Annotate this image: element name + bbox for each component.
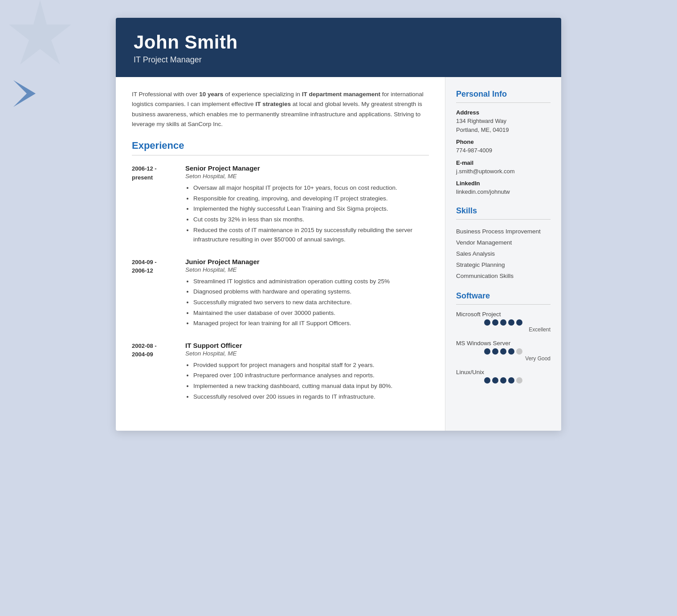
- exp-bullets-3: Provided support for project managers an…: [185, 360, 429, 401]
- svg-marker-1: [13, 80, 36, 107]
- software-item-1: Microsoft Project Excellent: [456, 311, 551, 333]
- exp-company-1: Seton Hospital, ME: [185, 173, 429, 179]
- bullet: Reduced the costs of IT maintenance in 2…: [193, 225, 429, 245]
- exp-dates-2: 2004-09 - 2006-12: [132, 258, 176, 329]
- exp-bullets-2: Streamlined IT logistics and administrat…: [185, 277, 429, 328]
- skill-item-3: Sales Analysis: [456, 248, 551, 259]
- decorative-star: [9, 0, 71, 71]
- decorative-arrow: [13, 80, 36, 107]
- experience-entry-1: 2006-12 - present Senior Project Manager…: [132, 164, 429, 245]
- exp-content-2: Junior Project Manager Seton Hospital, M…: [185, 258, 429, 329]
- skill-item-1: Business Process Improvement: [456, 226, 551, 237]
- dot: [484, 377, 490, 383]
- dot: [492, 377, 498, 383]
- dot: [508, 319, 514, 326]
- experience-entry-3: 2002-08 - 2004-09 IT Support Officer Set…: [132, 342, 429, 402]
- dots-row-1: [484, 319, 522, 326]
- dot: [484, 319, 490, 326]
- skill-item-5: Communication Skills: [456, 270, 551, 281]
- personal-info-address-value: 134 Rightward WayPortland, ME, 04019: [456, 117, 551, 134]
- bullet: Implemented a new tracking dashboard, cu…: [193, 381, 429, 391]
- dot: [516, 319, 522, 326]
- exp-job-title-1: Senior Project Manager: [185, 164, 429, 172]
- personal-info-linkedin-label: LinkedIn: [456, 180, 551, 187]
- personal-info-divider: [456, 102, 551, 103]
- personal-info-phone-value: 774-987-4009: [456, 146, 551, 155]
- exp-job-title-3: IT Support Officer: [185, 342, 429, 349]
- experience-entry-2: 2004-09 - 2006-12 Junior Project Manager…: [132, 258, 429, 329]
- exp-dates-1: 2006-12 - present: [132, 164, 176, 245]
- exp-job-title-2: Junior Project Manager: [185, 258, 429, 265]
- software-rating-1: Excellent: [456, 319, 551, 333]
- software-name-2: MS Windows Server: [456, 340, 551, 347]
- experience-section: Experience 2006-12 - present Senior Proj…: [132, 140, 429, 402]
- bullet: Managed project for lean training for al…: [193, 318, 429, 328]
- rating-label-2: Very Good: [525, 355, 551, 362]
- bullet: Successfully migrated two servers to new…: [193, 298, 429, 307]
- exp-company-3: Seton Hospital, ME: [185, 350, 429, 357]
- software-item-3: Linux/Unix: [456, 369, 551, 384]
- dot-empty: [516, 377, 522, 383]
- bullet: Oversaw all major hospital IT projects f…: [193, 183, 429, 193]
- exp-bullets-1: Oversaw all major hospital IT projects f…: [185, 183, 429, 245]
- dot: [508, 348, 514, 355]
- bullet: Responsible for creating, improving, and…: [193, 194, 429, 204]
- software-name-1: Microsoft Project: [456, 311, 551, 318]
- software-title: Software: [456, 291, 551, 301]
- dots-row-2: [484, 348, 522, 355]
- personal-info-linkedin-value: linkedin.com/johnutw: [456, 188, 551, 196]
- software-item-2: MS Windows Server Very Good: [456, 340, 551, 362]
- personal-info-section: Personal Info Address 134 Rightward WayP…: [456, 90, 551, 196]
- software-section: Software Microsoft Project Excellent: [456, 291, 551, 384]
- skills-section: Skills Business Process Improvement Vend…: [456, 206, 551, 281]
- software-name-3: Linux/Unix: [456, 369, 551, 375]
- dot: [500, 377, 506, 383]
- personal-info-address-label: Address: [456, 109, 551, 116]
- exp-content-3: IT Support Officer Seton Hospital, ME Pr…: [185, 342, 429, 402]
- resume-header: John Smith IT Project Manager: [116, 18, 561, 77]
- personal-info-email-value: j.smith@uptowork.com: [456, 167, 551, 176]
- dot: [500, 319, 506, 326]
- personal-info-email-label: E-mail: [456, 159, 551, 166]
- dot: [484, 348, 490, 355]
- candidate-name: John Smith: [134, 32, 543, 53]
- skill-item-2: Vendor Management: [456, 237, 551, 248]
- bullet: Provided support for project managers an…: [193, 360, 429, 370]
- bullet: Streamlined IT logistics and administrat…: [193, 277, 429, 286]
- svg-marker-0: [9, 0, 71, 65]
- bullet: Diagnosed problems with hardware and ope…: [193, 287, 429, 297]
- summary-paragraph: IT Professional with over 10 years of ex…: [132, 90, 429, 129]
- skills-title: Skills: [456, 206, 551, 216]
- dots-row-3: [484, 377, 522, 383]
- dot: [508, 377, 514, 383]
- rating-label-1: Excellent: [529, 326, 551, 333]
- resume-container: John Smith IT Project Manager IT Profess…: [116, 18, 561, 431]
- personal-info-phone-label: Phone: [456, 139, 551, 145]
- exp-dates-3: 2002-08 - 2004-09: [132, 342, 176, 402]
- candidate-title: IT Project Manager: [134, 55, 543, 65]
- software-rating-2: Very Good: [456, 348, 551, 362]
- dot: [500, 348, 506, 355]
- experience-section-title: Experience: [132, 140, 429, 151]
- experience-divider: [132, 155, 429, 155]
- skills-divider: [456, 219, 551, 220]
- resume-body: IT Professional with over 10 years of ex…: [116, 77, 561, 431]
- dot: [492, 348, 498, 355]
- skill-item-4: Strategic Planning: [456, 259, 551, 270]
- bullet: Implemented the highly successful Lean T…: [193, 204, 429, 214]
- personal-info-title: Personal Info: [456, 90, 551, 99]
- dot: [492, 319, 498, 326]
- software-divider: [456, 304, 551, 305]
- resume-main: IT Professional with over 10 years of ex…: [116, 77, 445, 431]
- bullet: Prepared over 100 infrastructure perform…: [193, 371, 429, 380]
- bullet: Cut costs by 32% in less than six months…: [193, 215, 429, 224]
- resume-sidebar: Personal Info Address 134 Rightward WayP…: [445, 77, 561, 431]
- exp-content-1: Senior Project Manager Seton Hospital, M…: [185, 164, 429, 245]
- dot-empty: [516, 348, 522, 355]
- software-rating-3: [456, 377, 551, 384]
- exp-company-2: Seton Hospital, ME: [185, 266, 429, 273]
- bullet: Successfully resolved over 200 issues in…: [193, 392, 429, 402]
- bullet: Maintained the user database of over 300…: [193, 308, 429, 318]
